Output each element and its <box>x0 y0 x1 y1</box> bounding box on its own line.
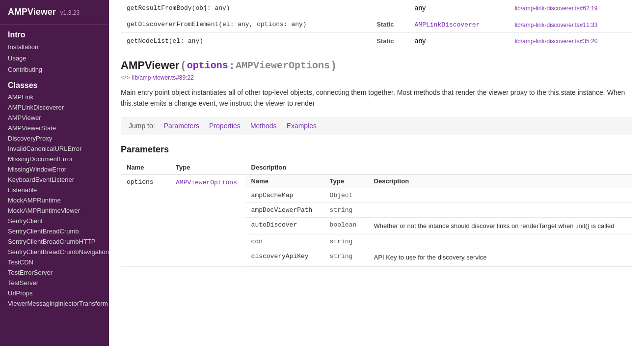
sidebar-item-testserver[interactable]: TestServer <box>0 278 109 288</box>
method-badge: Static <box>371 16 408 33</box>
nested-field-type: string <box>324 249 368 266</box>
param-type-link[interactable]: AMPViewerOptions <box>176 179 237 186</box>
sidebar-item-invalidcanonicalurlerror[interactable]: InvalidCanonicalURLError <box>0 144 109 154</box>
nested-field-name: discoveryApiKey <box>245 249 324 266</box>
nested-col-type: Type <box>324 174 368 188</box>
param-nested-table-cell: Name Type Description ampCacheMap Object <box>245 174 632 266</box>
brand-title: AMPViewer v1.3.23 <box>0 0 109 25</box>
constructor-param-link[interactable]: options <box>187 60 228 71</box>
constructor-colon: : <box>230 59 234 72</box>
method-source-link[interactable]: lib/amp-link-discoverer.ts#62:19 <box>515 5 598 12</box>
table-row: getDiscovererFromElement(el: any, option… <box>121 16 632 33</box>
sidebar-item-listenable[interactable]: Listenable <box>0 185 109 195</box>
jump-to-parameters[interactable]: Parameters <box>164 122 199 130</box>
jump-to-properties[interactable]: Properties <box>209 122 241 130</box>
sidebar-item-sentryclient[interactable]: SentryClient <box>0 216 109 226</box>
params-col-name: Name <box>121 161 170 174</box>
sidebar-item-viewermessaginginjector[interactable]: ViewerMessagingInjectorTransform <box>0 298 109 309</box>
table-row: options AMPViewerOptions Name Type Descr… <box>121 174 632 266</box>
parameters-section-title: Parameters <box>121 144 632 155</box>
constructor-open-paren: ( <box>181 59 185 72</box>
sidebar-item-testerrorserver[interactable]: TestErrorServer <box>0 267 109 278</box>
constructor-classname: AMPViewer <box>121 59 179 72</box>
jump-to-bar: Jump to: Parameters Properties Methods E… <box>121 117 632 135</box>
sidebar-item-sentryclientbreadcrumbnavigation[interactable]: SentryClientBreadCrumbNavigation <box>0 247 109 257</box>
sidebar-item-testcdn[interactable]: TestCDN <box>0 257 109 267</box>
list-item: cdn string <box>245 234 632 249</box>
source-bracket: </> <box>121 74 130 81</box>
nested-field-desc <box>368 188 632 202</box>
nested-field-type: boolean <box>324 217 368 234</box>
nested-field-name: ampCacheMap <box>245 188 324 202</box>
sidebar-item-discoveryproxy[interactable]: DiscoveryProxy <box>0 133 109 144</box>
constructor-param-type: AMPViewerOptions <box>236 60 330 71</box>
sidebar-item-mockampruntimeviewer[interactable]: MockAMPRuntimeViewer <box>0 205 109 216</box>
constructor-heading: AMPViewer ( options : AMPViewerOptions ) <box>121 59 632 72</box>
sidebar-item-mockampruntime[interactable]: MockAMPRuntime <box>0 195 109 205</box>
brand-name: AMPViewer <box>8 7 56 17</box>
classes-section-label: Classes <box>0 75 109 92</box>
constructor-description: Main entry point object instantiates all… <box>121 87 632 109</box>
nested-field-name: cdn <box>245 234 324 249</box>
nested-field-name: autoDiscover <box>245 217 324 234</box>
constructor-close-paren: ) <box>332 59 335 72</box>
jump-to-examples[interactable]: Examples <box>287 122 317 130</box>
sidebar-item-sentryclientbreadcrumb[interactable]: SentryClientBreadCrumb <box>0 226 109 236</box>
sidebar-item-sentryclientbreadcrumbhttp[interactable]: SentryClientBreadCrumbHTTP <box>0 236 109 247</box>
nested-field-type: Object <box>324 188 368 202</box>
sidebar-item-missingdocumenterror[interactable]: MissingDocumentError <box>0 154 109 164</box>
list-item: discoveryApiKey string API Key to use fo… <box>245 249 632 266</box>
nested-options-table: Name Type Description ampCacheMap Object <box>245 174 632 266</box>
version-label: v1.3.23 <box>60 9 80 16</box>
main-content: getResultFromBody(obj: any) any lib/amp-… <box>109 0 644 346</box>
list-item: ampCacheMap Object <box>245 188 632 202</box>
sidebar-item-missingwindowerror[interactable]: MissingWindowError <box>0 164 109 174</box>
sidebar-item-ampviewer[interactable]: AMPViewer <box>0 113 109 123</box>
nested-field-type: string <box>324 234 368 249</box>
sidebar-item-urlprops[interactable]: UrlProps <box>0 288 109 298</box>
sidebar: AMPViewer v1.3.23 Intro Installation Usa… <box>0 0 109 346</box>
source-file-link[interactable]: lib/amp-viewer.ts#89:22 <box>132 74 194 81</box>
sidebar-item-ampviewerstate[interactable]: AMPViewerState <box>0 123 109 133</box>
params-col-desc: Description <box>245 161 632 174</box>
param-name: options <box>121 174 170 266</box>
sidebar-item-usage[interactable]: Usage <box>0 53 109 64</box>
method-source-link[interactable]: lib/amp-link-discoverer.ts#11:33 <box>515 22 598 29</box>
nested-field-desc: Whether or not the intance should discov… <box>368 217 632 234</box>
source-link-row: </> lib/amp-viewer.ts#89:22 <box>121 74 632 81</box>
jump-to-label: Jump to: <box>129 122 155 130</box>
sidebar-item-amplinkdiscoverer[interactable]: AMPLinkDiscoverer <box>0 102 109 113</box>
sidebar-item-keyboardeventlistener[interactable]: KeyboardEventListener <box>0 174 109 185</box>
list-item: autoDiscover boolean Whether or not the … <box>245 217 632 234</box>
method-name: getNodeList(el: any) <box>121 33 371 49</box>
method-name: getDiscovererFromElement(el: any, option… <box>121 16 371 33</box>
method-type: any <box>409 0 509 16</box>
nested-field-desc: API Key to use for the discovery service <box>368 249 632 266</box>
method-badge: Static <box>371 33 408 49</box>
nested-field-desc <box>368 234 632 249</box>
method-badge <box>371 0 408 16</box>
method-name: getResultFromBody(obj: any) <box>121 0 371 16</box>
table-row: getResultFromBody(obj: any) any lib/amp-… <box>121 0 632 16</box>
nested-col-desc: Description <box>368 174 632 188</box>
method-type: any <box>409 33 509 49</box>
params-col-type: Type <box>170 161 245 174</box>
nested-col-name: Name <box>245 174 324 188</box>
table-row: getNodeList(el: any) Static any lib/amp-… <box>121 33 632 49</box>
method-type-link[interactable]: AMPLinkDiscoverer <box>415 21 480 29</box>
list-item: ampDocViewerPath string <box>245 202 632 217</box>
methods-table: getResultFromBody(obj: any) any lib/amp-… <box>121 0 632 49</box>
nested-field-name: ampDocViewerPath <box>245 202 324 217</box>
method-source-link[interactable]: lib/amp-link-discoverer.ts#35:20 <box>515 38 598 45</box>
sidebar-item-amplink[interactable]: AMPLink <box>0 92 109 102</box>
params-table: Name Type Description options AMPViewerO… <box>121 161 632 267</box>
sidebar-item-contributing[interactable]: Contributing <box>0 64 109 75</box>
jump-to-methods[interactable]: Methods <box>250 122 277 130</box>
nested-field-desc <box>368 202 632 217</box>
intro-section-label: Intro <box>0 25 109 41</box>
sidebar-item-installation[interactable]: Installation <box>0 41 109 53</box>
nested-field-type: string <box>324 202 368 217</box>
